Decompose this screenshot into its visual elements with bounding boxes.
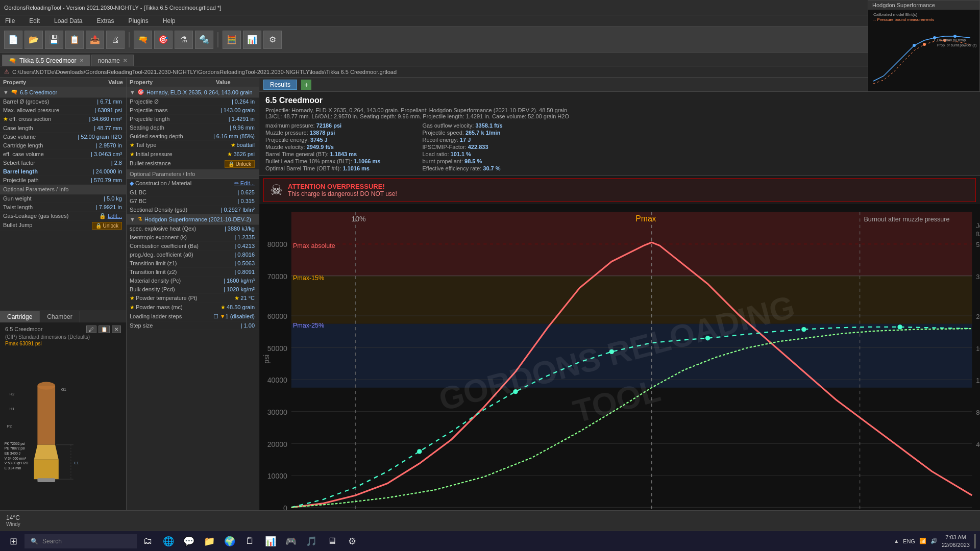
toolbar-new[interactable]: 📄 — [4, 31, 22, 49]
prop-barrel-dia: Barrel Ø (grooves)| 6.71 mm — [0, 97, 126, 106]
prop-guided-seating: Guided seating depth| 6.16 mm (85%) — [127, 132, 259, 141]
taskbar-app-7[interactable]: 📊 — [261, 532, 280, 550]
taskbar-app-10[interactable]: 🖥 — [323, 532, 341, 550]
powder-collapse[interactable]: ▼ — [130, 216, 135, 222]
taskbar-app-11[interactable]: ⚙ — [343, 532, 361, 550]
status-weather: 14°C Windy — [6, 514, 20, 527]
stat-label-13: Optimal Barrel Time (OBT #4): — [265, 165, 342, 171]
svg-text:Pmax-25%: Pmax-25% — [293, 322, 324, 329]
toolbar-export[interactable]: 📤 — [86, 31, 104, 49]
gun-section-header: ▼ 🔫 6.5 Creedmoor — [0, 87, 126, 97]
toolbar-sep2 — [217, 32, 218, 47]
tray-chevron[interactable]: ▲ — [894, 538, 899, 544]
svg-rect-1 — [37, 386, 55, 445]
tab-noname-close[interactable]: ✕ — [123, 58, 127, 63]
tab-tikka-close[interactable]: ✕ — [80, 58, 84, 63]
menu-help[interactable]: Help — [160, 16, 179, 26]
results-tab[interactable]: Results — [263, 80, 297, 90]
prop-proj-mass: Projectile mass| 143.00 grain — [127, 106, 259, 115]
toolbar: 📄 📂 💾 📋 📤 🖨 🔫 🎯 ⚗ 🔩 🧮 📊 ⚙ PATREON NIGHTL… — [0, 27, 980, 53]
taskbar-app-8[interactable]: 🎮 — [282, 532, 300, 550]
stat-label-7: Muzzle velocity: — [265, 144, 307, 150]
tray-network[interactable]: 📶 — [919, 538, 926, 544]
cartridge-btn2[interactable]: 📋 — [99, 325, 110, 333]
prop-sebert: Sebert factor| 2.8 — [0, 159, 126, 167]
taskbar-search-label: Search — [42, 538, 62, 545]
toolbar-open[interactable]: 📂 — [24, 31, 43, 49]
toolbar-powder[interactable]: ⚗ — [175, 31, 193, 49]
tray-show-desktop[interactable] — [974, 534, 976, 548]
menu-bar: File Edit Load Data Extras Plugins Help — [0, 15, 980, 27]
taskbar-app-4[interactable]: 📁 — [200, 532, 218, 550]
results-add-button[interactable]: + — [301, 80, 311, 90]
status-temp: 14°C — [6, 514, 20, 521]
prop-gas-leakage: Gas-Leakage (gas losses) 🔒 Edit... — [0, 212, 126, 221]
svg-text:Pmax absolute: Pmax absolute — [293, 242, 335, 249]
prop-ba: Combustion coefficient (Ba)| 0.4213 — [127, 242, 259, 251]
svg-rect-3 — [34, 459, 59, 479]
svg-text:60000: 60000 — [267, 312, 287, 320]
svg-text:P2: P2 — [7, 424, 12, 429]
toolbar-settings[interactable]: ⚙ — [263, 31, 282, 49]
tray-date: 22/06/2023 — [942, 541, 970, 548]
taskbar-start-button[interactable]: ⊞ — [4, 532, 22, 550]
tab-noname[interactable]: noname ✕ — [91, 55, 134, 66]
menu-plugins[interactable]: Plugins — [125, 16, 151, 26]
toolbar-saveas[interactable]: 📋 — [65, 31, 84, 49]
gun-name: 6.5 Creedmoor — [20, 89, 57, 95]
taskbar-app-5[interactable]: 🌍 — [220, 532, 239, 550]
taskbar-app-1[interactable]: 🗂 — [139, 532, 157, 550]
proj-collapse[interactable]: ▼ — [130, 89, 135, 95]
left-properties-scroll[interactable]: Barrel Ø (grooves)| 6.71 mm Max. allowed… — [0, 97, 126, 311]
svg-text:70000: 70000 — [267, 272, 287, 281]
taskbar-app-2[interactable]: 🌐 — [159, 532, 178, 550]
toolbar-gun[interactable]: 🔫 — [134, 31, 152, 49]
cartridge-btn1[interactable]: 🖊 — [86, 325, 96, 333]
stat-label-10: Load ratio: — [422, 151, 450, 157]
toolbar-chart[interactable]: 📊 — [243, 31, 261, 49]
powder-name: Hodgdon Superformance (2021-10-DEV-2) — [144, 216, 251, 222]
menu-edit[interactable]: Edit — [26, 16, 43, 26]
taskbar-app-3[interactable]: 💬 — [180, 532, 198, 550]
prop-step: Step size| 1.00 — [127, 321, 259, 330]
warning-box: ☠ ATTENTION OVERPRESSURE! This charge is… — [263, 178, 976, 202]
toolbar-bullet[interactable]: 🎯 — [154, 31, 173, 49]
toolbar-calc[interactable]: 🧮 — [223, 31, 241, 49]
mid-properties-scroll[interactable]: ▼ 🎯 Hornady, ELD-X 2635, 0.264, 143.00 g… — [127, 87, 259, 539]
taskbar-app-9[interactable]: 🎵 — [302, 532, 321, 550]
cartridge-btn3[interactable]: ✕ — [112, 325, 121, 333]
menu-file[interactable]: File — [2, 16, 18, 26]
prop-seating-depth: Seating depth| 9.96 mm — [127, 123, 259, 132]
powder-icon: ⚗ — [137, 216, 142, 222]
svg-text:psi: psi — [262, 355, 271, 364]
menu-load-data[interactable]: Load Data — [51, 16, 85, 26]
stat-val-3: 13878 psi — [310, 130, 335, 136]
bullet-jump-unlock[interactable]: 🔒 Unlock — [92, 222, 122, 230]
taskbar-app-6[interactable]: 🗒 — [241, 532, 259, 550]
prop-bullet-resist: Bullet resistance🔒 Unlock — [127, 159, 259, 169]
toolbar-save[interactable]: 💾 — [45, 31, 63, 49]
stat-label-5: Projectile energy: — [265, 137, 310, 143]
cartridge-tab[interactable]: Cartridge — [0, 311, 40, 322]
results-title: 6.5 Creedmoor — [265, 96, 569, 105]
svg-text:1600: 1600 — [976, 345, 980, 353]
prop-max-pressure: Max. allowed pressure| 63091 psi — [0, 106, 126, 115]
svg-text:V 34.660 mm³: V 34.660 mm³ — [5, 456, 27, 460]
optional-params-header: Optional Parameters / Info — [0, 185, 126, 194]
taskbar: ⊞ 🔍 Search 🗂 🌐 💬 📁 🌍 🗒 📊 🎮 🎵 🖥 ⚙ ▲ ENG 📶… — [0, 531, 980, 551]
toolbar-print[interactable]: 🖨 — [106, 31, 125, 49]
tray-volume[interactable]: 🔊 — [930, 538, 938, 544]
menu-extras[interactable]: Extras — [93, 16, 117, 26]
stat-val-14: 30.7 % — [483, 165, 500, 171]
bullet-resistance-unlock[interactable]: 🔒 Unlock — [225, 160, 255, 168]
svg-text:E 3.84 mm: E 3.84 mm — [5, 466, 21, 469]
gun-collapse-icon[interactable]: ▼ — [3, 89, 9, 95]
chamber-tab[interactable]: Chamber — [40, 311, 80, 322]
cartridge-area: 6.5 Creedmoor 🖊 📋 ✕ (CIP) Standard dimen… — [0, 322, 126, 540]
prop-eff-case-vol: eff. case volume| 3.0463 cm³ — [0, 150, 126, 159]
svg-text:G1: G1 — [61, 387, 66, 391]
tab-tikka[interactable]: 🔫 Tikka 6.5 Creedmoor ✕ — [2, 55, 90, 66]
taskbar-search[interactable]: 🔍 Search — [24, 534, 137, 548]
proj-optional-header: Optional Parameters / Info — [127, 169, 259, 179]
toolbar-case[interactable]: 🔩 — [195, 31, 213, 49]
